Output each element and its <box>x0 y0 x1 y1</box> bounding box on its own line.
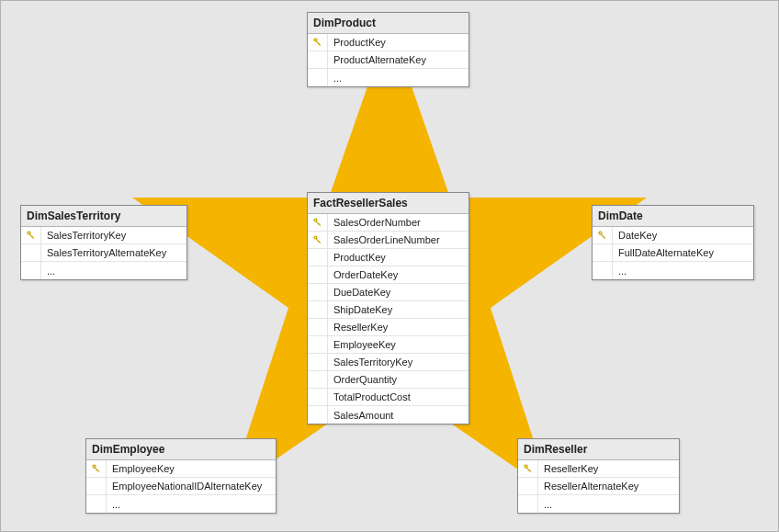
empty-cell <box>308 389 328 405</box>
table-row[interactable]: SalesTerritoryAlternateKey <box>21 244 186 262</box>
column-label: SalesAmount <box>328 410 399 421</box>
svg-rect-23 <box>600 234 604 238</box>
column-label: ShipDateKey <box>328 304 398 315</box>
table-row[interactable]: ResellerAlternateKey <box>518 478 679 495</box>
table-row[interactable]: EmployeeNationalIDAlternateKey <box>86 478 276 495</box>
table-fact-reseller-sales[interactable]: FactResellerSalesSalesOrderNumberSalesOr… <box>307 192 469 424</box>
table-row[interactable]: OrderQuantity <box>308 371 469 389</box>
empty-cell <box>308 266 328 283</box>
svg-rect-3 <box>315 41 319 45</box>
table-row[interactable]: OrderDateKey <box>308 266 469 284</box>
table-row[interactable]: SalesTerritoryKey <box>308 354 469 371</box>
table-row[interactable]: SalesAmount <box>308 406 469 424</box>
empty-cell <box>86 478 107 494</box>
svg-rect-28 <box>94 468 97 471</box>
table-body: EmployeeKeyEmployeeNationalIDAlternateKe… <box>86 460 276 513</box>
column-label: OrderQuantity <box>328 374 402 385</box>
column-label: SalesOrderLineNumber <box>328 234 446 245</box>
table-body: DateKeyFullDateAlternateKey... <box>593 227 753 279</box>
table-row[interactable]: SalesOrderNumber <box>308 214 469 232</box>
table-title: DimSalesTerritory <box>21 206 186 227</box>
svg-point-32 <box>525 466 526 468</box>
svg-rect-33 <box>525 468 529 471</box>
table-row[interactable]: ... <box>21 262 186 279</box>
primary-key-icon <box>523 463 534 474</box>
key-cell <box>308 214 328 231</box>
table-row[interactable]: ... <box>308 69 469 86</box>
table-row[interactable]: DueDateKey <box>308 284 469 301</box>
column-label: SalesTerritoryKey <box>41 230 131 241</box>
svg-rect-8 <box>28 234 32 238</box>
table-dim-employee[interactable]: DimEmployeeEmployeeKeyEmployeeNationalID… <box>85 438 277 514</box>
svg-point-17 <box>314 237 316 239</box>
empty-cell <box>308 371 328 388</box>
empty-cell <box>21 244 41 261</box>
table-row[interactable]: TotalProductCost <box>308 389 469 406</box>
table-row[interactable]: FullDateAlternateKey <box>593 244 753 262</box>
table-dim-sales-territory[interactable]: DimSalesTerritorySalesTerritoryKeySalesT… <box>20 205 187 280</box>
column-label: ... <box>613 266 632 277</box>
svg-point-27 <box>93 466 95 468</box>
column-label: ... <box>328 73 347 84</box>
primary-key-icon <box>26 230 37 241</box>
key-cell <box>593 227 613 243</box>
column-label: ... <box>107 499 126 510</box>
svg-point-2 <box>314 40 316 41</box>
primary-key-icon <box>312 37 323 48</box>
table-row[interactable]: DateKey <box>593 227 753 244</box>
table-row[interactable]: ... <box>593 262 753 279</box>
table-row[interactable]: ResellerKey <box>308 319 469 336</box>
table-row[interactable]: SalesOrderLineNumber <box>308 232 469 249</box>
empty-cell <box>308 354 328 370</box>
column-label: DateKey <box>613 230 662 241</box>
table-row[interactable]: ShipDateKey <box>308 301 469 319</box>
column-label: DueDateKey <box>328 287 396 298</box>
table-row[interactable]: ProductKey <box>308 34 469 51</box>
table-dim-reseller[interactable]: DimResellerResellerKeyResellerAlternateK… <box>517 438 680 514</box>
empty-cell <box>518 478 538 494</box>
table-title: FactResellerSales <box>308 193 469 214</box>
empty-cell <box>308 319 328 335</box>
column-label: TotalProductCost <box>328 391 416 402</box>
table-title: DimEmployee <box>86 439 276 460</box>
column-label: ... <box>41 266 61 277</box>
empty-cell <box>308 284 328 300</box>
primary-key-icon <box>597 230 608 241</box>
column-label: EmployeeKey <box>107 463 180 474</box>
table-dim-date[interactable]: DimDateDateKeyFullDateAlternateKey... <box>592 205 754 280</box>
column-label: ProductKey <box>328 252 391 263</box>
key-cell <box>21 227 41 243</box>
svg-rect-18 <box>315 239 319 243</box>
table-row[interactable]: ProductAlternateKey <box>308 51 469 69</box>
empty-cell <box>308 336 328 353</box>
table-row[interactable]: SalesTerritoryKey <box>21 227 186 244</box>
svg-rect-13 <box>315 221 319 225</box>
table-title: DimDate <box>593 206 753 227</box>
table-row[interactable]: ResellerKey <box>518 460 679 478</box>
column-label: ProductKey <box>328 37 391 48</box>
column-label: ... <box>538 499 558 510</box>
table-dim-product[interactable]: DimProductProductKeyProductAlternateKey.… <box>307 12 469 87</box>
column-label: ProductAlternateKey <box>328 54 432 65</box>
table-row[interactable]: ... <box>86 495 276 513</box>
column-label: SalesTerritoryKey <box>328 357 418 368</box>
table-row[interactable]: EmployeeKey <box>308 336 469 354</box>
column-label: SalesOrderNumber <box>328 217 426 228</box>
column-label: FullDateAlternateKey <box>613 247 719 258</box>
table-title: DimProduct <box>308 13 469 34</box>
key-cell <box>308 34 328 51</box>
primary-key-icon <box>312 217 323 228</box>
column-label: ResellerAlternateKey <box>538 481 644 492</box>
table-row[interactable]: ... <box>518 495 679 513</box>
column-label: EmployeeKey <box>328 339 401 350</box>
column-label: ResellerKey <box>328 322 393 333</box>
key-cell <box>518 460 538 477</box>
empty-cell <box>308 249 328 266</box>
table-row[interactable]: ProductKey <box>308 249 469 266</box>
primary-key-icon <box>91 463 102 474</box>
table-body: SalesOrderNumberSalesOrderLineNumberProd… <box>308 214 469 424</box>
table-row[interactable]: EmployeeKey <box>86 460 276 478</box>
svg-point-12 <box>314 220 316 221</box>
column-label: EmployeeNationalIDAlternateKey <box>107 481 267 492</box>
key-cell <box>86 460 107 477</box>
